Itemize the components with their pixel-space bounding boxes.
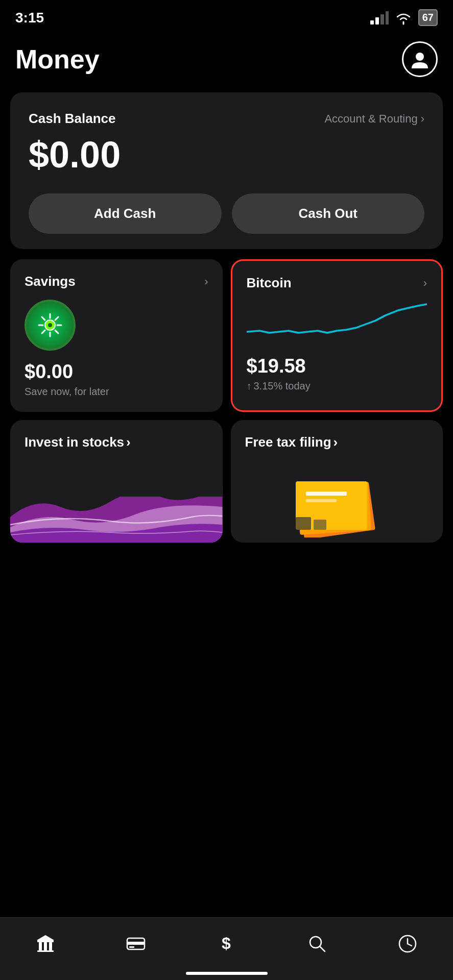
signal-icon xyxy=(370,11,389,24)
svg-rect-25 xyxy=(49,942,52,950)
svg-rect-27 xyxy=(37,940,54,942)
svg-rect-20 xyxy=(306,499,337,502)
svg-line-34 xyxy=(320,946,325,951)
account-routing-text: Account & Routing xyxy=(324,112,417,126)
svg-rect-22 xyxy=(314,520,326,530)
svg-point-4 xyxy=(416,53,424,61)
account-routing-link[interactable]: Account & Routing › xyxy=(324,112,424,126)
home-indicator xyxy=(186,972,268,975)
stocks-title-text: Invest in stocks xyxy=(25,434,124,450)
tax-filing-card[interactable]: Free tax filing › xyxy=(231,420,443,543)
account-routing-chevron: › xyxy=(421,112,424,126)
add-cash-button[interactable]: Add Cash xyxy=(29,193,222,234)
tax-filing-title: Free tax filing › xyxy=(231,420,443,450)
nav-card[interactable] xyxy=(115,928,157,960)
svg-rect-26 xyxy=(37,950,54,952)
savings-gear-icon xyxy=(35,310,65,340)
svg-line-13 xyxy=(55,317,58,320)
savings-subtitle: Save now, for later xyxy=(25,386,208,398)
svg-line-14 xyxy=(42,330,45,333)
svg-rect-0 xyxy=(370,20,374,24)
svg-rect-23 xyxy=(39,942,42,950)
tax-filing-chevron: › xyxy=(333,434,338,450)
clock-icon xyxy=(397,933,418,954)
svg-text:$: $ xyxy=(222,934,231,952)
header: Money xyxy=(0,31,453,92)
savings-icon xyxy=(25,300,76,351)
bottom-cards-grid: Invest in stocks› Free t xyxy=(10,420,443,543)
stocks-illustration xyxy=(10,456,223,543)
svg-line-37 xyxy=(408,944,412,946)
nav-search[interactable] xyxy=(296,928,338,960)
bitcoin-title-row: Bitcoin › xyxy=(247,275,427,291)
svg-rect-21 xyxy=(296,517,311,530)
dollar-icon: $ xyxy=(216,933,237,954)
main-content: Cash Balance Account & Routing › $0.00 A… xyxy=(0,92,453,543)
svg-rect-31 xyxy=(129,946,134,948)
home-icon xyxy=(35,933,56,954)
svg-rect-24 xyxy=(44,942,47,950)
bottom-nav: $ xyxy=(0,917,453,980)
cash-balance-label: Cash Balance xyxy=(29,111,116,127)
tax-illustration xyxy=(231,456,443,543)
nav-activity[interactable] xyxy=(387,928,428,960)
action-buttons: Add Cash Cash Out xyxy=(29,193,424,234)
cards-grid: Savings › $0.00 xyxy=(10,259,443,412)
bitcoin-change: ↑ 3.15% today xyxy=(247,380,427,392)
page-title: Money xyxy=(15,44,100,75)
savings-title: Savings xyxy=(25,274,76,289)
profile-icon xyxy=(410,49,430,69)
bitcoin-change-arrow: ↑ xyxy=(247,380,252,392)
status-bar: 3:15 67 xyxy=(0,0,453,31)
nav-cash[interactable]: $ xyxy=(205,928,247,960)
bitcoin-title: Bitcoin xyxy=(247,275,292,291)
svg-rect-2 xyxy=(380,14,384,24)
savings-amount: $0.00 xyxy=(25,361,208,383)
tax-filing-title-text: Free tax filing xyxy=(245,434,331,450)
bitcoin-chevron: › xyxy=(423,277,427,290)
search-icon xyxy=(306,933,328,954)
svg-line-12 xyxy=(55,330,58,333)
savings-card[interactable]: Savings › $0.00 xyxy=(10,259,223,412)
stocks-chevron: › xyxy=(126,434,131,450)
cash-amount: $0.00 xyxy=(29,135,424,175)
stocks-card[interactable]: Invest in stocks› xyxy=(10,420,223,543)
status-icons: 67 xyxy=(370,9,438,26)
svg-rect-3 xyxy=(386,11,389,24)
bitcoin-change-text: 3.15% today xyxy=(254,380,311,392)
svg-rect-19 xyxy=(306,492,347,496)
bitcoin-chart xyxy=(247,301,427,347)
cash-balance-top: Cash Balance Account & Routing › xyxy=(29,111,424,127)
card-icon xyxy=(125,933,147,954)
savings-chevron: › xyxy=(204,275,208,288)
wifi-icon xyxy=(394,11,413,25)
svg-rect-15 xyxy=(10,456,223,497)
savings-title-row: Savings › xyxy=(25,274,208,289)
svg-line-11 xyxy=(42,317,45,320)
profile-button[interactable] xyxy=(402,41,438,77)
bitcoin-card[interactable]: Bitcoin › $19.58 ↑ 3.15% today xyxy=(231,259,443,412)
bitcoin-amount: $19.58 xyxy=(247,355,427,377)
svg-rect-1 xyxy=(375,17,379,24)
svg-point-6 xyxy=(48,323,52,327)
stocks-title: Invest in stocks› xyxy=(10,420,223,450)
nav-home[interactable] xyxy=(25,928,66,960)
battery-icon: 67 xyxy=(418,9,438,26)
cash-out-button[interactable]: Cash Out xyxy=(232,193,425,234)
cash-balance-card: Cash Balance Account & Routing › $0.00 A… xyxy=(10,92,443,249)
svg-rect-30 xyxy=(127,942,145,945)
status-time: 3:15 xyxy=(15,10,44,26)
svg-marker-28 xyxy=(37,935,54,940)
